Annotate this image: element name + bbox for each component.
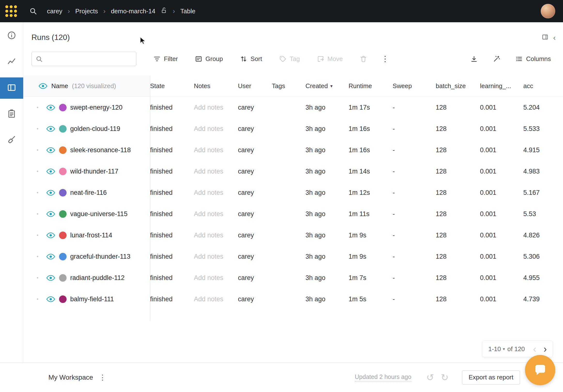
header-notes[interactable]: Notes	[194, 76, 238, 97]
row-drag-handle[interactable]	[34, 128, 41, 129]
sidebar-item-charts[interactable]	[0, 51, 23, 73]
run-notes[interactable]: Add notes	[194, 182, 238, 203]
run-notes[interactable]: Add notes	[194, 289, 238, 310]
run-color-dot	[59, 210, 66, 218]
header-acc[interactable]: acc	[523, 76, 563, 97]
row-drag-handle[interactable]	[34, 107, 41, 108]
run-runtime: 1m 14s	[348, 161, 393, 182]
collapse-chevron-icon[interactable]: ‹	[553, 34, 556, 41]
sidebar-item-sweeps[interactable]	[0, 130, 23, 151]
run-name-link[interactable]: graceful-thunder-113	[70, 253, 130, 260]
group-button[interactable]: Group	[195, 55, 223, 63]
row-drag-handle[interactable]	[34, 256, 41, 257]
run-tags	[272, 225, 306, 246]
header-batch-size[interactable]: batch_size	[436, 76, 480, 97]
redo-icon: ↻	[441, 372, 448, 383]
row-drag-handle[interactable]	[34, 171, 41, 172]
run-tags	[272, 118, 306, 139]
run-name-link[interactable]: swept-energy-120	[70, 104, 122, 111]
run-notes[interactable]: Add notes	[194, 161, 238, 182]
run-name-link[interactable]: sleek-resonance-118	[70, 146, 131, 154]
header-runtime[interactable]: Runtime	[348, 76, 393, 97]
header-user[interactable]: User	[238, 76, 272, 97]
visibility-eye-icon[interactable]	[46, 188, 55, 197]
visibility-eye-icon[interactable]	[46, 103, 55, 112]
run-name-link[interactable]: neat-fire-116	[70, 189, 107, 196]
visibility-eye-icon[interactable]	[46, 146, 55, 155]
run-name-link[interactable]: vague-universe-115	[70, 210, 128, 218]
panel-layout-icon[interactable]	[541, 33, 549, 42]
header-name-label[interactable]: Name	[51, 82, 68, 90]
run-user: carey	[238, 246, 272, 267]
sidebar-item-reports[interactable]	[0, 103, 23, 125]
header-sweep[interactable]: Sweep	[393, 76, 436, 97]
visibility-eye-icon[interactable]	[46, 231, 55, 240]
run-acc: 4.915	[523, 139, 563, 161]
row-drag-handle[interactable]	[34, 213, 41, 215]
run-notes[interactable]: Add notes	[194, 118, 238, 139]
row-drag-handle[interactable]	[34, 277, 41, 278]
row-drag-handle[interactable]	[34, 192, 41, 193]
run-notes[interactable]: Add notes	[194, 225, 238, 246]
run-name-link[interactable]: wild-thunder-117	[70, 168, 118, 175]
header-tags[interactable]: Tags	[272, 76, 306, 97]
visibility-eye-icon[interactable]	[46, 273, 55, 282]
run-name-link[interactable]: radiant-puddle-112	[70, 274, 125, 282]
row-drag-handle[interactable]	[34, 149, 41, 151]
breadcrumb-entity[interactable]: carey	[47, 8, 63, 15]
run-notes[interactable]: Add notes	[194, 203, 238, 225]
header-state[interactable]: State	[150, 76, 194, 97]
download-button[interactable]	[470, 55, 478, 63]
export-report-button[interactable]: Export as report	[462, 370, 520, 384]
breadcrumb-section[interactable]: Projects	[75, 8, 98, 15]
download-icon	[470, 55, 478, 63]
updated-timestamp[interactable]: Updated 2 hours ago	[355, 373, 411, 382]
workspace-name[interactable]: My Workspace	[48, 374, 93, 381]
chat-support-button[interactable]	[525, 355, 555, 385]
header-created[interactable]: Created ▾	[306, 76, 348, 97]
columns-button[interactable]: Columns	[515, 55, 551, 63]
run-name-link[interactable]: balmy-field-111	[70, 295, 114, 303]
visibility-eye-icon[interactable]	[46, 295, 55, 304]
visibility-eye-icon[interactable]	[46, 124, 55, 133]
user-avatar[interactable]	[541, 4, 555, 18]
visibility-eye-icon[interactable]	[46, 210, 55, 218]
row-drag-handle[interactable]	[34, 298, 41, 300]
runs-search-input[interactable]	[31, 52, 136, 66]
visibility-eye-icon[interactable]	[46, 252, 55, 261]
page-total-label: of 120	[507, 345, 525, 353]
sort-button[interactable]: Sort	[240, 55, 262, 63]
run-acc: 4.983	[523, 161, 563, 182]
magic-wand-button[interactable]	[493, 55, 500, 63]
run-notes[interactable]: Add notes	[194, 139, 238, 161]
visibility-eye-icon[interactable]	[46, 167, 55, 176]
global-search-icon[interactable]	[29, 7, 37, 15]
run-row: radiant-puddle-112finishedAdd notescarey…	[23, 267, 563, 289]
run-name-link[interactable]: lunar-frost-114	[70, 232, 112, 239]
run-color-dot	[59, 274, 66, 282]
breadcrumb-project[interactable]: demo-march-14	[111, 8, 155, 15]
header-learning-rate[interactable]: learning_...	[480, 76, 523, 97]
run-runtime: 1m 12s	[348, 182, 393, 203]
run-notes[interactable]: Add notes	[194, 246, 238, 267]
page-size-dropdown[interactable]: 1-10 ▾	[488, 345, 505, 353]
sidebar-item-overview[interactable]	[0, 25, 23, 47]
workspace-options-icon[interactable]: ⋮	[99, 373, 106, 382]
wandb-logo[interactable]	[5, 5, 17, 17]
run-row: graceful-thunder-113finishedAdd notescar…	[23, 246, 563, 267]
breadcrumb-page[interactable]: Table	[180, 8, 195, 15]
run-name-link[interactable]: golden-cloud-119	[70, 125, 120, 133]
line-chart-icon	[7, 57, 16, 67]
row-drag-handle[interactable]	[34, 234, 41, 236]
run-notes[interactable]: Add notes	[194, 97, 238, 118]
run-runtime: 1m 9s	[348, 246, 393, 267]
run-name-cell: golden-cloud-119	[23, 118, 150, 139]
visibility-all-eye-icon[interactable]	[38, 82, 47, 90]
filter-button[interactable]: Filter	[153, 55, 178, 63]
more-options-icon[interactable]: ⋮	[381, 54, 389, 63]
run-learning-rate: 0.001	[480, 161, 523, 182]
run-sweep: -	[393, 161, 436, 182]
sidebar-item-table[interactable]	[0, 77, 23, 99]
run-notes[interactable]: Add notes	[194, 267, 238, 289]
run-batch-size: 128	[436, 225, 480, 246]
